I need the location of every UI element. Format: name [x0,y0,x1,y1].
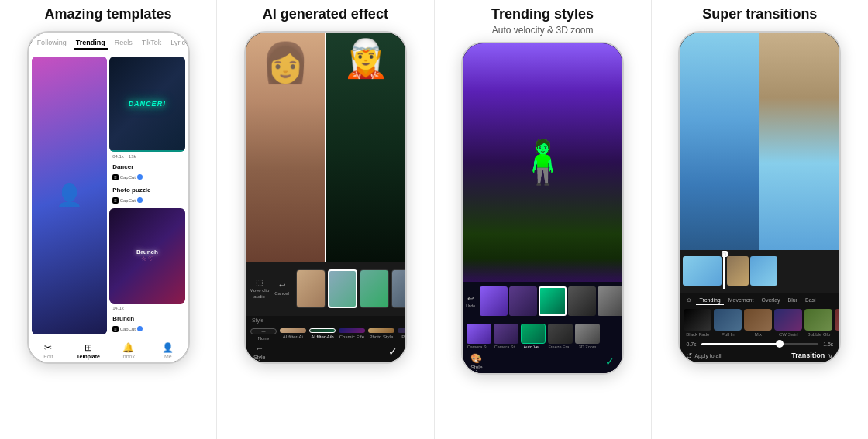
trending-styles-bar: Camera St... Camera St... Auto Vel... Fr… [463,321,622,373]
dancer-template-name: Dancer [112,163,133,170]
trans-slider-row: 0.7s 1.5s [680,339,839,349]
style-label-3: Style [470,365,483,370]
tab-trending[interactable]: Trending [74,37,108,50]
trans-image-left [680,33,760,250]
style-photo-label: Photo Style [370,334,394,339]
trans-bubble-glo[interactable]: Bubble Glo [804,309,832,337]
tab-tiktok[interactable]: TikTok [140,37,164,50]
timeline-thumb-1[interactable] [296,269,326,308]
style-ai-filter1[interactable]: AI filter-Ai [280,328,306,339]
trending-timeline: ↩ Undo + Add audio [463,282,622,321]
ai-styles-bar: Style — None AI filter-Ai AI filter-Aib [246,316,405,362]
panel3-title: Trending styles [491,6,594,23]
trend-thumb-1[interactable] [480,286,508,316]
phone-mockup-4: ⬚ ⊙ Trending Movement Overlay Blur Basi … [678,31,841,364]
timeline-thumb-3[interactable] [360,269,389,308]
trend-thumb-4[interactable] [568,286,596,316]
template-card-dancer[interactable]: DANCER! [109,57,185,152]
style-particles-thumb [398,328,405,333]
style-auto-vel[interactable]: Auto Vel... [521,324,546,349]
divider-badge: ⬚ [722,251,728,257]
ai-cancel-btn[interactable]: ↩ Cancel [274,281,289,296]
style-icon-3: 🎨 [470,353,482,364]
trans-tab-overlay[interactable]: Overlay [758,296,783,305]
style-3d-zoom[interactable]: 3D Zoom [575,324,600,349]
trend-thumb-3[interactable] [539,286,567,316]
tab-following[interactable]: Following [35,37,69,50]
brunch-views: 14.1k [112,306,124,310]
panel1-title: Amazing templates [45,6,172,23]
trans-tab-movement[interactable]: Movement [725,296,757,305]
me-icon: 👤 [162,342,174,353]
duration-slider[interactable] [701,343,819,345]
dancer-likes: 13k [129,154,136,159]
phone-mockup-3: 🧍 ↩ Undo + Add audio [461,42,624,375]
style-back-btn-3[interactable]: 🎨 Style [470,353,483,370]
style-photo-thumb [368,328,394,333]
style-particles[interactable]: Particles [398,328,405,339]
panel-ai-effect: AI generated effect 👩 🧝 ⬚ Move [217,0,434,439]
trans-pull-in[interactable]: Pull In [714,309,742,337]
cancel-icon: ↩ [279,281,285,290]
style-camera1[interactable]: Camera St... [467,324,491,349]
nav-edit[interactable]: ✂ Edit [29,342,69,359]
ai-confirm-btn[interactable]: ✓ [388,345,398,358]
photo-puzzle-author-badge: ≡ CapCut [112,197,143,204]
trend-thumb-2[interactable] [509,286,537,316]
nav-inbox[interactable]: 🔔 Inbox [108,342,149,359]
style-cosmic[interactable]: Cosmic Effe [339,328,365,339]
trend-confirm-btn[interactable]: ✓ [605,355,615,368]
brunch-template-name: Brunch [112,315,134,322]
timeline-thumb-4[interactable] [391,269,405,308]
trans-divider-marker[interactable]: ⬚ [723,254,725,289]
apply-all-row[interactable]: ↺ Apply to all [686,352,721,360]
trans-pull[interactable]: Pull [835,309,839,337]
nav-me[interactable]: 👤 Me [148,342,188,359]
dancer-author-name: CapCut [120,175,136,180]
panel2-title: AI generated effect [263,6,388,23]
apply-icon: ↺ [686,352,692,360]
transitions-chips-row: Black Fade Pull In Mix CW Swirl Bubble G… [680,307,839,339]
undo-icon: ↩ [467,294,474,303]
chevron-down-icon[interactable]: ∨ [828,352,833,360]
slider-thumb[interactable] [776,340,784,348]
style-none[interactable]: — None [250,328,277,339]
style-ai-filter1-label: AI filter-Ai [283,334,303,339]
scissors-icon: ✂ [44,342,52,353]
trans-tab-basic[interactable]: Basi [802,296,819,305]
ai-move-clip-btn[interactable]: ⬚ Move clip audio [250,278,269,299]
timeline-thumb-2[interactable] [328,269,357,308]
trans-timeline-thumb-1[interactable] [683,256,722,286]
undo-btn[interactable]: ↩ Undo [466,294,475,308]
trans-timeline-thumb-3[interactable] [750,256,777,286]
trans-mix[interactable]: Mix [744,309,772,337]
camera2-thumb [494,324,518,344]
template-card-big[interactable]: 👤 [32,57,108,334]
trans-tab-trending[interactable]: Trending [696,296,723,305]
panel3-subtitle: Auto velocity & 3D zoom [492,25,594,36]
style-camera2[interactable]: Camera St... [494,324,518,349]
trans-cw-swirl[interactable]: CW Swirl [774,309,802,337]
tab-lyric[interactable]: Lyric [168,37,188,50]
style-freeze[interactable]: Freeze Fra... [548,324,573,349]
ai-style-back-btn[interactable]: ← Style [253,343,266,360]
template-card-brunch[interactable]: Brunch ☆ ♡ [109,208,185,304]
nav-me-label: Me [164,354,172,359]
trans-tab-blur[interactable]: Blur [785,296,801,305]
mix-thumb [744,309,772,331]
templates-col-left: 👤 [32,57,108,334]
ai-timeline: ⬚ Move clip audio ↩ Cancel + [246,262,405,316]
nav-template[interactable]: ⊞ Template [68,342,108,359]
trans-tab-all[interactable]: ⊙ [684,296,694,305]
dancer-author-row: ≡ CapCut [109,174,185,183]
brunch-author-badge: ≡ CapCut [112,326,143,332]
style-ai-filter2[interactable]: AI filter-Aib [309,328,336,339]
cw-swirl-label: CW Swirl [779,332,798,337]
trans-timeline-thumb-2[interactable] [727,256,749,286]
style-photo[interactable]: Photo Style [368,328,394,339]
pull-in-label: Pull In [722,332,735,337]
trans-black-fade[interactable]: Black Fade [684,309,711,337]
tab-reels[interactable]: Reels [112,37,135,50]
trans-image-right [760,33,839,250]
trend-thumb-5[interactable] [598,286,622,316]
